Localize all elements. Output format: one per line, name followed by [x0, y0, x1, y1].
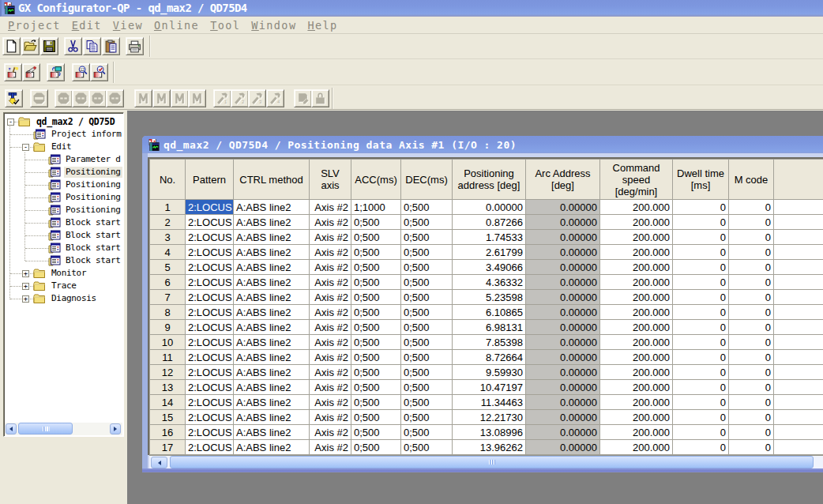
tb-jog-3[interactable]: 33: [248, 89, 266, 107]
table-cell[interactable]: 0;500: [351, 410, 401, 425]
table-cell[interactable]: 0;500: [351, 365, 401, 380]
column-header[interactable]: Command speed [deg/min]: [600, 160, 673, 200]
table-cell[interactable]: A:ABS line2: [234, 245, 310, 260]
table-cell[interactable]: 0.00000: [526, 215, 600, 230]
table-cell[interactable]: 2:LOCUS: [186, 380, 234, 395]
table-cell[interactable]: 2:LOCUS: [186, 230, 234, 245]
table-cell[interactable]: 0;500: [401, 245, 453, 260]
column-header[interactable]: Positioning address [deg]: [453, 160, 526, 200]
table-cell[interactable]: 0: [729, 200, 774, 215]
table-cell[interactable]: 2:LOCUS: [186, 410, 234, 425]
column-header[interactable]: Dwell time [ms]: [673, 160, 729, 200]
table-cell[interactable]: 0.00000: [526, 440, 600, 455]
table-cell[interactable]: 0;500: [351, 260, 401, 275]
table-cell[interactable]: 6: [150, 275, 186, 290]
tree-item-qd-max2-qd75d[interactable]: -qd_max2 / QD75D: [5, 115, 123, 128]
table-cell[interactable]: [774, 245, 823, 260]
tree-expand-collapse-icon[interactable]: -: [7, 118, 14, 126]
table-cell[interactable]: 0;500: [351, 350, 401, 365]
table-cell[interactable]: 0;500: [401, 350, 453, 365]
table-cell[interactable]: 0;500: [401, 200, 453, 215]
scroll-left-button[interactable]: [6, 423, 17, 434]
table-cell[interactable]: 0.00000: [526, 320, 600, 335]
table-cell[interactable]: [774, 335, 823, 350]
tb-module-diagnosis[interactable]: [90, 63, 108, 81]
table-cell[interactable]: Axis #2: [310, 335, 351, 350]
table-cell[interactable]: 0;500: [351, 245, 401, 260]
column-header[interactable]: DEC(ms): [401, 160, 453, 200]
table-cell[interactable]: 5.23598: [453, 290, 526, 305]
table-cell[interactable]: [774, 320, 823, 335]
table-cell[interactable]: 0: [673, 320, 729, 335]
table-cell[interactable]: 0;500: [401, 410, 453, 425]
table-cell[interactable]: A:ABS line2: [234, 320, 310, 335]
tree-expand-expand-icon[interactable]: +: [22, 295, 29, 303]
tree-item-positioning[interactable]: Positioning: [5, 179, 123, 191]
table-cell[interactable]: 2:LOCUS: [186, 335, 234, 350]
table-cell[interactable]: 0.00000: [526, 335, 600, 350]
tb-m-code-off-3[interactable]: [171, 89, 189, 107]
table-cell[interactable]: Axis #2: [310, 245, 351, 260]
table-cell[interactable]: 0;500: [401, 275, 453, 290]
tb-edit-positioning[interactable]: [294, 89, 312, 107]
table-cell[interactable]: [774, 305, 823, 320]
table-cell[interactable]: 0;500: [351, 335, 401, 350]
column-header[interactable]: No.: [150, 160, 186, 200]
table-cell[interactable]: 0;500: [401, 425, 453, 440]
table-cell[interactable]: 200.000: [600, 320, 673, 335]
column-header[interactable]: [774, 160, 823, 200]
table-cell[interactable]: 0;500: [351, 440, 401, 455]
table-cell[interactable]: 200.000: [600, 275, 673, 290]
tb-cut[interactable]: [64, 37, 82, 55]
tb-copy[interactable]: [83, 37, 101, 55]
table-cell[interactable]: 0.00000: [526, 395, 600, 410]
table-cell[interactable]: 2:LOCUS: [186, 425, 234, 440]
tb-module-verify[interactable]: [47, 63, 65, 81]
table-cell[interactable]: 2:LOCUS: [186, 395, 234, 410]
table-cell[interactable]: 2:LOCUS: [186, 260, 234, 275]
table-cell[interactable]: 10.47197: [453, 380, 526, 395]
table-cell[interactable]: 0;500: [351, 320, 401, 335]
table-cell[interactable]: A:ABS line2: [234, 260, 310, 275]
table-cell[interactable]: 0;500: [351, 275, 401, 290]
table-cell[interactable]: 1: [150, 200, 186, 215]
tree-item-edit[interactable]: -Edit: [5, 141, 123, 153]
table-cell[interactable]: 1;1000: [351, 200, 401, 215]
table-cell[interactable]: 200.000: [600, 260, 673, 275]
table-cell[interactable]: 0: [729, 440, 774, 455]
table-cell[interactable]: [774, 380, 823, 395]
tree-item-monitor[interactable]: +Monitor: [5, 267, 123, 280]
table-cell[interactable]: [774, 200, 823, 215]
menu-window[interactable]: Window: [246, 19, 302, 32]
table-cell[interactable]: 3.49066: [453, 260, 526, 275]
table-cell[interactable]: A:ABS line2: [234, 380, 310, 395]
table-cell[interactable]: 200.000: [600, 365, 673, 380]
table-cell[interactable]: 0: [673, 425, 729, 440]
table-cell[interactable]: A:ABS line2: [234, 365, 310, 380]
menu-online[interactable]: Online: [148, 19, 205, 32]
scroll-left-button[interactable]: [151, 457, 167, 468]
table-cell[interactable]: 0;500: [401, 380, 453, 395]
table-cell[interactable]: 0: [673, 305, 729, 320]
table-cell[interactable]: 4.36332: [453, 275, 526, 290]
table-cell[interactable]: 0.00000: [453, 200, 526, 215]
column-header[interactable]: M code: [729, 160, 774, 200]
table-cell[interactable]: A:ABS line2: [234, 200, 310, 215]
table-cell[interactable]: 12: [150, 365, 186, 380]
table-cell[interactable]: 2:LOCUS: [186, 440, 234, 455]
table-cell[interactable]: [774, 395, 823, 410]
table-cell[interactable]: 9: [150, 320, 186, 335]
table-cell[interactable]: 200.000: [600, 425, 673, 440]
tb-write-to-module[interactable]: [5, 89, 23, 107]
table-cell[interactable]: 6.10865: [453, 305, 526, 320]
table-cell[interactable]: 0.00000: [526, 260, 600, 275]
table-cell[interactable]: 14: [150, 395, 186, 410]
tb-new[interactable]: [2, 37, 21, 55]
scroll-right-button[interactable]: [110, 423, 121, 434]
menu-help[interactable]: Help: [302, 19, 343, 32]
table-cell[interactable]: A:ABS line2: [234, 410, 310, 425]
table-cell[interactable]: 2:LOCUS: [186, 350, 234, 365]
tb-jog-1[interactable]: 11: [213, 89, 231, 107]
table-cell[interactable]: 11: [150, 350, 186, 365]
table-cell[interactable]: 0.00000: [526, 425, 600, 440]
